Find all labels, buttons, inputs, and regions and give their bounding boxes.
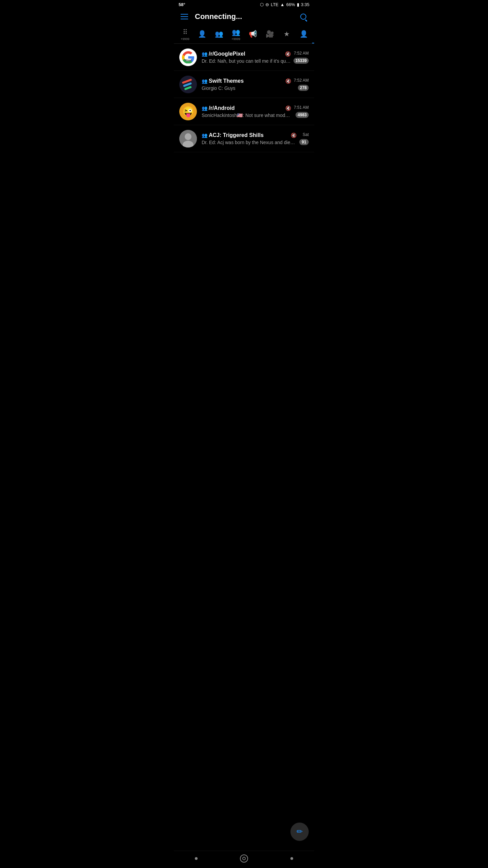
tab-nearby-icon: 👥 — [232, 28, 240, 36]
bluetooth-icon: ⬡ — [260, 2, 264, 7]
status-bar: 58° ⬡ ⊖ LTE ▲ 66% ▮ 3:35 — [174, 0, 314, 8]
chat-preview-google-pixel: Dr. Ed: Nah, but you can tell me if it's… — [202, 58, 291, 64]
chat-badge-android: 4983 — [296, 112, 309, 118]
hamburger-line-1 — [181, 14, 188, 15]
avatar-acj — [179, 130, 197, 147]
app-title: Connecting... — [195, 12, 298, 21]
chat-item-acj[interactable]: 👥 ACJ: Triggered Shills 🔇 Dr. Ed: Acj wa… — [174, 125, 314, 152]
avatar-swift-themes — [179, 76, 197, 93]
tab-groups[interactable]: 👥 — [210, 28, 227, 42]
chat-name-google-pixel: /r/GooglePixel — [209, 51, 284, 57]
tab-video-icon: 🎥 — [266, 30, 274, 38]
status-icons: ⬡ ⊖ LTE ▲ 66% ▮ 3:35 — [260, 2, 309, 7]
avatar-google-pixel: Pixel — [179, 48, 197, 66]
chat-preview-acj: Dr. Ed: Acj was born by the Nexus and di… — [202, 140, 297, 145]
menu-button[interactable] — [179, 13, 189, 21]
chat-list: Pixel 👥 /r/GooglePixel 🔇 Dr. Ed: Nah, bu… — [174, 44, 314, 152]
battery-icon: ▮ — [297, 2, 299, 7]
chat-preview-android: SonicHackintosh🇺🇸: Not sure what model, … — [202, 113, 291, 118]
group-icon-swift-themes: 👥 — [202, 78, 207, 84]
chat-meta-google-pixel: 7:52 AM 15339 — [293, 51, 309, 64]
chat-item-swift-themes[interactable]: 👥 Swift Themes 🔇 Giorgio C: Guys 7:52 AM… — [174, 71, 314, 98]
lte-icon: LTE — [271, 2, 279, 7]
search-button[interactable] — [298, 11, 309, 22]
mute-icon-google-pixel: 🔇 — [285, 51, 291, 57]
svg-text:Pixel: Pixel — [185, 58, 191, 62]
chat-header-android: 👥 /r/Android 🔇 — [202, 105, 291, 111]
chat-header-google-pixel: 👥 /r/GooglePixel 🔇 — [202, 51, 291, 57]
chat-meta-android: 7:51 AM 4983 — [294, 105, 309, 118]
chat-badge-acj: 91 — [299, 139, 309, 145]
chat-time-swift-themes: 7:52 AM — [294, 78, 309, 83]
hamburger-line-3 — [181, 19, 188, 19]
tab-profile[interactable]: 👤 — [295, 28, 312, 42]
chat-badge-swift-themes: 278 — [298, 85, 309, 91]
tab-video[interactable]: 🎥 — [261, 28, 278, 42]
svg-point-2 — [185, 133, 191, 140]
tab-profile-icon: 👤 — [300, 30, 308, 38]
tab-personal[interactable]: 👤 — [194, 28, 210, 42]
tab-all-icon: ⠿ — [183, 28, 188, 36]
tab-groups-icon: 👥 — [215, 30, 223, 38]
chat-time-acj: Sat — [303, 132, 309, 137]
temperature: 58° — [179, 2, 185, 7]
app-bar: Connecting... — [174, 8, 314, 25]
chat-name-android: /r/Android — [209, 105, 284, 111]
chat-item-google-pixel[interactable]: Pixel 👥 /r/GooglePixel 🔇 Dr. Ed: Nah, bu… — [174, 44, 314, 71]
group-icon-google-pixel: 👥 — [202, 51, 207, 57]
chat-content-acj: 👥 ACJ: Triggered Shills 🔇 Dr. Ed: Acj wa… — [202, 132, 297, 145]
tab-all-badge: +9999 — [181, 37, 189, 41]
chat-header-swift-themes: 👥 Swift Themes 🔇 — [202, 78, 291, 84]
google-logo-svg: Pixel — [182, 51, 194, 63]
chat-item-android[interactable]: 😜 👥 /r/Android 🔇 SonicHackintosh🇺🇸: Not … — [174, 98, 314, 125]
acj-avatar-placeholder — [179, 130, 197, 147]
group-icon-android: 👥 — [202, 105, 207, 111]
chat-meta-swift-themes: 7:52 AM 278 — [294, 78, 309, 91]
battery-level: 66% — [286, 2, 295, 7]
chat-name-swift-themes: Swift Themes — [209, 78, 284, 84]
chat-time-google-pixel: 7:52 AM — [294, 51, 309, 56]
hamburger-line-2 — [181, 16, 188, 17]
tab-personal-icon: 👤 — [198, 30, 206, 38]
chat-content-google-pixel: 👥 /r/GooglePixel 🔇 Dr. Ed: Nah, but you … — [202, 51, 291, 64]
tab-all[interactable]: ⠿ +9999 — [177, 27, 194, 43]
tab-nearby-badge: +9999 — [231, 37, 240, 41]
time: 3:35 — [301, 2, 309, 7]
group-icon-acj: 👥 — [202, 133, 207, 138]
chat-meta-acj: Sat 91 — [299, 132, 309, 145]
tab-nearby[interactable]: 👥 +9999 — [227, 27, 244, 43]
tab-active[interactable]: 📡 +9999 — [312, 27, 314, 43]
tab-starred-icon: ★ — [284, 30, 290, 38]
acj-avatar-svg — [179, 130, 197, 147]
mute-icon-acj: 🔇 — [291, 133, 297, 138]
chat-name-acj: ACJ: Triggered Shills — [209, 132, 289, 138]
avatar-android: 😜 — [179, 103, 197, 120]
tab-starred[interactable]: ★ — [278, 28, 295, 42]
chat-badge-google-pixel: 15339 — [293, 58, 309, 64]
tab-announcements-icon: 📢 — [249, 30, 257, 38]
chat-preview-swift-themes: Giorgio C: Guys — [202, 85, 291, 91]
signal-icon: ▲ — [280, 2, 285, 7]
chat-content-android: 👥 /r/Android 🔇 SonicHackintosh🇺🇸: Not su… — [202, 105, 291, 118]
android-emoji: 😜 — [182, 105, 195, 117]
mute-icon-android: 🔇 — [285, 105, 291, 111]
swift-stripes — [182, 78, 194, 90]
chat-content-swift-themes: 👥 Swift Themes 🔇 Giorgio C: Guys — [202, 78, 291, 91]
do-not-disturb-icon: ⊖ — [265, 2, 269, 7]
chat-header-acj: 👥 ACJ: Triggered Shills 🔇 — [202, 132, 297, 138]
search-icon — [300, 14, 306, 20]
tab-announcements[interactable]: 📢 — [244, 28, 261, 42]
chat-time-android: 7:51 AM — [294, 105, 309, 110]
mute-icon-swift-themes: 🔇 — [285, 78, 291, 84]
filter-tabs: ⠿ +9999 👤 👥 👥 +9999 📢 🎥 ★ 👤 📡 +9999 — [174, 25, 314, 44]
